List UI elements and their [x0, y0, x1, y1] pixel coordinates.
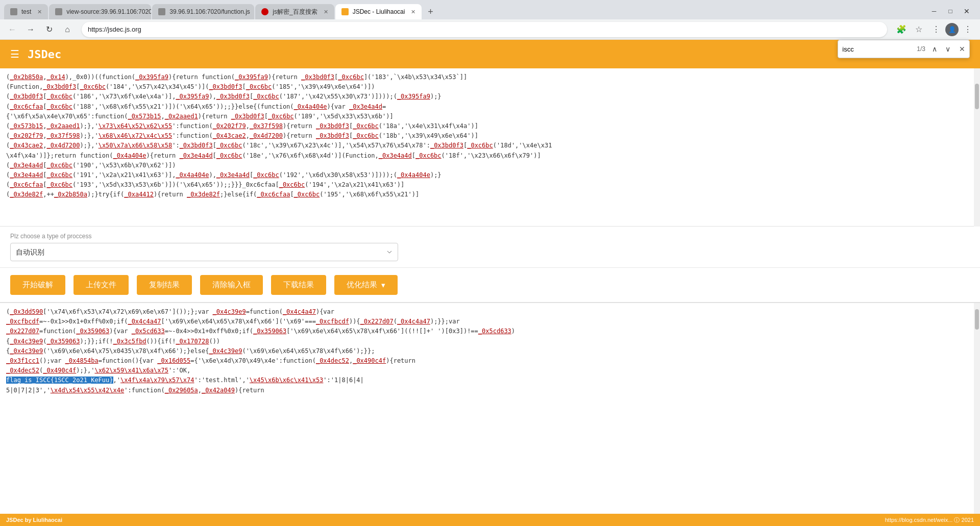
bc-link-1[interactable]: _0x3dd590 — [10, 308, 43, 315]
top-scrollbar[interactable] — [974, 68, 980, 227]
bc-link-26[interactable]: _0x490c4f — [43, 367, 76, 374]
tab-functionjs[interactable]: 39.96.91.106:7020/function.js ✕ — [152, 4, 254, 19]
code-link-36[interactable]: _0x4d7200 — [250, 132, 283, 139]
code-link-61[interactable]: _0xc6bc — [279, 181, 305, 188]
code-link-10[interactable]: _0xc6bc — [246, 83, 272, 90]
code-link-59[interactable]: _0xc6cfaa — [10, 181, 43, 188]
process-select[interactable]: 自动识别 eval解密 自定义解密 — [10, 243, 398, 261]
download-button[interactable]: 下载结果 — [271, 275, 326, 295]
maximize-button[interactable]: □ — [943, 4, 958, 18]
code-link-57[interactable]: _0xc6bc — [253, 171, 279, 179]
tab-viewsource[interactable]: view-source:39.96.91.106:7020/t... ✕ — [49, 4, 151, 19]
code-link-46[interactable]: _0x4a404e — [113, 152, 146, 159]
clear-button[interactable]: 清除输入框 — [200, 275, 263, 295]
tab-jsdec[interactable]: JSDec - Liulihaocai ✕ — [335, 4, 422, 19]
code-link-44[interactable]: _0x3bd0f3 — [430, 142, 463, 149]
extensions-icon[interactable]: 🧩 — [893, 21, 910, 38]
code-link-48[interactable]: _0xc6bc — [216, 152, 242, 159]
code-link-12[interactable]: _0xc6bc — [47, 93, 73, 100]
code-link-15[interactable]: _0xc6bc — [253, 93, 279, 100]
code-link-5[interactable]: _0x3bd0f3 — [301, 73, 334, 81]
new-tab-button[interactable]: + — [423, 4, 438, 19]
code-link-50[interactable]: _0xc6bc — [415, 152, 442, 159]
bc-link-13[interactable]: _0x5cd633 — [478, 328, 511, 335]
code-link-34[interactable]: \x68\x46\x72\x4c\x55 — [99, 132, 173, 139]
bc-link-5[interactable]: _0x4c4a47 — [128, 318, 161, 325]
code-link-3[interactable]: _0x395fa9 — [135, 73, 168, 81]
copy-button[interactable]: 复制结果 — [137, 275, 192, 295]
bc-link-20[interactable]: _0x3f1cc1 — [6, 357, 39, 364]
code-link-4[interactable]: _0x395fa9 — [235, 73, 268, 81]
bc-link-32[interactable]: _0x42a049 — [202, 387, 235, 394]
code-link-56[interactable]: _0x3e4a4d — [216, 171, 250, 179]
menu-icon[interactable]: ☰ — [10, 48, 19, 60]
minimize-button[interactable]: ─ — [927, 4, 941, 18]
code-link-1[interactable]: _0x2b850a — [10, 73, 43, 81]
code-link-58[interactable]: _0x4a404e — [397, 171, 430, 179]
upload-button[interactable]: 上传文件 — [74, 275, 129, 295]
address-bar[interactable] — [82, 22, 887, 37]
tab-close-baidu[interactable]: ✕ — [324, 9, 328, 15]
code-link-26[interactable]: _0x2aaed1 — [47, 122, 80, 130]
code-link-65[interactable]: _0x3de82f — [187, 191, 220, 198]
code-link-43[interactable]: _0xc6bc — [216, 142, 242, 149]
code-link-13[interactable]: _0x395fa9 — [176, 93, 209, 100]
bc-link-25[interactable]: _0x4dec52 — [6, 367, 39, 374]
code-link-53[interactable]: _0x3e4a4d — [10, 171, 43, 179]
code-link-32[interactable]: _0x202f79 — [10, 132, 43, 139]
bc-link-16[interactable]: _0x3c5fbd — [113, 338, 146, 345]
bottom-scrollbar[interactable] — [974, 303, 980, 514]
code-link-40[interactable]: _0x4d7200 — [47, 142, 80, 149]
tab-baidu[interactable]: js解密_百度搜索 ✕ — [255, 4, 334, 19]
bookmark-icon[interactable]: ☆ — [911, 21, 927, 38]
code-link-37[interactable]: _0x3bd0f3 — [316, 132, 349, 139]
code-link-63[interactable]: _0x2b850a — [54, 191, 87, 198]
code-link-67[interactable]: _0xc6bc — [294, 191, 320, 198]
home-button[interactable]: ⌂ — [59, 21, 76, 38]
forward-button[interactable]: → — [22, 21, 39, 38]
bc-link-3[interactable]: _0x4c4a47 — [283, 308, 316, 315]
code-link-31[interactable]: _0xc6bc — [353, 122, 379, 130]
code-link-25[interactable]: _0x573b15 — [10, 122, 43, 130]
bc-link-24[interactable]: _0x490c4f — [353, 357, 386, 364]
bc-link-15[interactable]: _0x359063 — [47, 338, 80, 345]
code-link-42[interactable]: _0x3bd0f3 — [180, 142, 213, 149]
settings-icon[interactable]: ⋮ — [928, 21, 944, 38]
bc-link-19[interactable]: _0x4c39e9 — [209, 347, 242, 355]
start-button[interactable]: 开始破解 — [10, 275, 65, 295]
close-button[interactable]: ✕ — [960, 4, 974, 18]
code-link-14[interactable]: _0x3bd0f3 — [216, 93, 250, 100]
code-link-51[interactable]: _0x3e4a4d — [10, 162, 43, 169]
code-link-52[interactable]: _0xc6bc — [47, 162, 73, 169]
code-link-47[interactable]: _0x3e4a4d — [180, 152, 213, 159]
bc-link-4[interactable]: _0xcfbcdf — [6, 318, 39, 325]
code-link-11[interactable]: _0x3bd0f3 — [10, 93, 43, 100]
code-link-33[interactable]: _0x37f598 — [47, 132, 80, 139]
code-link-9[interactable]: _0x3bd0f3 — [209, 83, 242, 90]
bc-link-7[interactable]: _0x227d07 — [360, 318, 394, 325]
optimize-button[interactable]: 优化结果 ▾ — [334, 275, 398, 295]
bottom-scrollbar-thumb[interactable] — [975, 309, 979, 330]
code-link-64[interactable]: _0xa4412 — [124, 191, 154, 198]
code-link-41[interactable]: \x50\x7a\x66\x58\x58 — [99, 142, 173, 149]
code-link-62[interactable]: _0x3de82f — [10, 191, 43, 198]
find-input[interactable] — [842, 45, 914, 53]
profile-icon[interactable]: 👤 — [945, 23, 959, 36]
more-icon[interactable]: ⋮ — [960, 21, 976, 38]
code-link-23[interactable]: _0x3bd0f3 — [231, 113, 264, 120]
find-close-button[interactable]: ✕ — [959, 45, 965, 53]
bc-link-10[interactable]: _0x359063 — [76, 328, 109, 335]
refresh-button[interactable]: ↻ — [41, 21, 57, 38]
top-scrollbar-thumb[interactable] — [975, 84, 979, 109]
tab-close-test[interactable]: ✕ — [37, 9, 42, 15]
code-link-20[interactable]: _0x3e4a4d — [349, 103, 382, 110]
bc-link-11[interactable]: _0x5cd633 — [132, 328, 165, 335]
tab-test[interactable]: test ✕ — [4, 4, 48, 19]
find-prev-button[interactable]: ∧ — [928, 43, 941, 55]
code-link-55[interactable]: _0x4a404e — [176, 171, 209, 179]
bc-link-18[interactable]: _0x4c39e9 — [10, 347, 43, 355]
bc-link-14[interactable]: _0x4c39e9 — [10, 338, 43, 345]
bc-link-30[interactable]: \x4d\x54\x55\x42\x4e — [51, 387, 125, 394]
bc-link-12[interactable]: _0x359063 — [253, 328, 286, 335]
code-link-2[interactable]: _0x14 — [47, 73, 65, 81]
